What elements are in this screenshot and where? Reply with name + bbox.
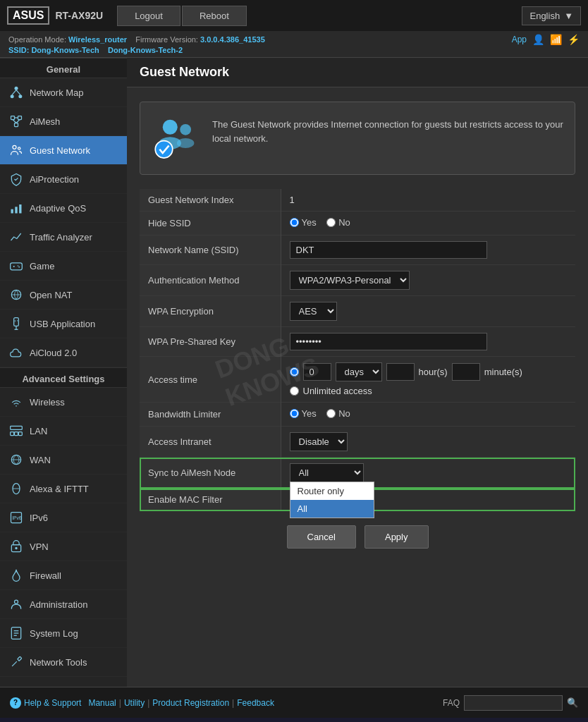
topbar: ASUS RT-AX92U Logout Reboot English ▼ <box>0 0 588 31</box>
hide-ssid-no-radio[interactable] <box>326 218 336 227</box>
mesh-icon <box>8 114 24 129</box>
cancel-button[interactable]: Cancel <box>287 525 356 549</box>
access-intranet-row: Access Intranet Disable Enable <box>140 427 575 458</box>
sync-dropdown-container: All Router only Router only All <box>290 463 364 482</box>
bandwidth-no-option[interactable]: No <box>326 408 350 419</box>
svg-rect-5 <box>11 116 15 120</box>
sidebar-item-traffic-analyzer[interactable]: Traffic Analyzer <box>0 223 127 252</box>
ssid-bar: SSID: Dong-Knows-Tech Dong-Knows-Tech-2 <box>8 46 580 54</box>
apply-button[interactable]: Apply <box>365 525 429 549</box>
wpa-enc-select[interactable]: AES TKIP <box>290 302 337 321</box>
network-name-input[interactable] <box>290 241 487 259</box>
sidebar-item-usb-application[interactable]: USB Application <box>0 310 127 338</box>
help-circle-icon: ? <box>10 697 21 709</box>
page-content: The Guest Network provides Internet conn… <box>127 87 588 563</box>
utility-link[interactable]: Utility <box>124 698 145 708</box>
svg-point-46 <box>163 120 178 135</box>
sidebar-item-ipv6[interactable]: IPv6 IPv6 <box>0 503 127 532</box>
access-intranet-cell: Disable Enable <box>281 427 575 458</box>
svg-point-2 <box>18 94 22 98</box>
svg-rect-30 <box>11 432 14 436</box>
op-mode-label: Operation Mode: <box>8 35 66 44</box>
bandwidth-yes-radio[interactable] <box>290 409 299 418</box>
sidebar-item-network-map[interactable]: Network Map <box>0 78 127 107</box>
svg-rect-14 <box>15 207 17 213</box>
bandwidth-yes-option[interactable]: Yes <box>290 408 317 419</box>
bandwidth-label: Bandwidth Limiter <box>140 403 281 427</box>
infobar: Operation Mode: Wireless_router Firmware… <box>0 31 588 58</box>
access-intranet-select[interactable]: Disable Enable <box>290 432 348 451</box>
user-icon[interactable]: 👤 <box>532 34 544 45</box>
shield-icon <box>8 171 24 187</box>
sync-select[interactable]: All Router only <box>290 463 364 482</box>
sidebar-item-system-log[interactable]: System Log <box>0 619 127 648</box>
sidebar-item-guest-network[interactable]: Guest Network <box>0 136 127 165</box>
feedback-link[interactable]: Feedback <box>237 698 274 708</box>
main-layout: General Network Map AiMesh Guest Network <box>0 58 588 687</box>
sidebar-item-lan[interactable]: LAN <box>0 417 127 446</box>
network-name-row: Network Name (SSID) <box>140 235 575 265</box>
svg-line-4 <box>16 90 20 95</box>
access-hours-input[interactable] <box>386 363 415 381</box>
logout-button[interactable]: Logout <box>117 6 180 26</box>
vpn-icon <box>8 539 24 554</box>
sidebar-item-wireless[interactable]: Wireless <box>0 388 127 417</box>
svg-rect-15 <box>19 204 21 214</box>
wan-icon <box>8 452 24 467</box>
sep1: | <box>119 698 121 708</box>
sidebar: General Network Map AiMesh Guest Network <box>0 58 127 687</box>
access-intranet-label: Access Intranet <box>140 427 281 458</box>
top-nav: Logout Reboot <box>117 6 247 26</box>
sidebar-item-network-tools[interactable]: Network Tools <box>0 648 127 677</box>
sync-option-all[interactable]: All <box>290 500 374 518</box>
sidebar-item-alexa[interactable]: Alexa & IFTTT <box>0 475 127 503</box>
network-name-cell <box>281 235 575 265</box>
bandwidth-no-radio[interactable] <box>326 409 336 418</box>
chevron-down-icon: ▼ <box>564 11 573 21</box>
wifi-icon[interactable]: 📶 <box>550 34 562 45</box>
language-label: English <box>529 11 560 21</box>
usb-application-label: USB Application <box>30 319 95 329</box>
usb-icon[interactable]: ⚡ <box>568 34 580 45</box>
language-selector[interactable]: English ▼ <box>522 6 581 25</box>
reboot-button[interactable]: Reboot <box>182 6 247 26</box>
sidebar-item-wan[interactable]: WAN <box>0 446 127 475</box>
sidebar-item-administration[interactable]: Administration <box>0 590 127 619</box>
sidebar-item-vpn[interactable]: VPN <box>0 532 127 561</box>
access-days-input[interactable] <box>303 363 331 381</box>
auth-method-select[interactable]: WPA2/WPA3-Personal WPA2-Personal Open Sy… <box>290 271 410 290</box>
sidebar-item-game[interactable]: Game <box>0 252 127 281</box>
access-unlimited-radio[interactable] <box>290 386 299 396</box>
product-reg-link[interactable]: Product Registration <box>152 698 229 708</box>
manual-link[interactable]: Manual <box>88 698 116 708</box>
hide-ssid-yes-option[interactable]: Yes <box>290 217 317 228</box>
hide-ssid-no-option[interactable]: No <box>326 217 350 228</box>
hide-ssid-yes-radio[interactable] <box>290 218 299 227</box>
nat-icon <box>8 287 24 302</box>
advanced-section-label: Advanced Settings <box>0 367 127 388</box>
faq-search-input[interactable] <box>464 695 563 711</box>
app-label[interactable]: App <box>512 35 527 44</box>
access-days-select[interactable]: days <box>336 362 382 381</box>
alexa-label: Alexa & IFTTT <box>30 484 89 494</box>
page-title: Guest Network <box>140 65 229 79</box>
svg-point-40 <box>15 547 17 549</box>
sidebar-item-aimesh[interactable]: AiMesh <box>0 107 127 136</box>
sidebar-item-adaptive-qos[interactable]: Adaptive QoS <box>0 194 127 223</box>
auth-method-label: Authentication Method <box>140 265 281 296</box>
wpa-key-input[interactable] <box>290 333 487 350</box>
sidebar-item-open-nat[interactable]: Open NAT <box>0 281 127 310</box>
hide-ssid-label: Hide SSID <box>140 212 281 235</box>
auth-method-row: Authentication Method WPA2/WPA3-Personal… <box>140 265 575 296</box>
help-support-label[interactable]: Help & Support <box>24 698 81 708</box>
aimesh-label: AiMesh <box>30 116 60 127</box>
sidebar-item-aicloud[interactable]: AiCloud 2.0 <box>0 338 127 367</box>
sidebar-item-firewall[interactable]: Firewall <box>0 561 127 590</box>
sync-option-router-only[interactable]: Router only <box>290 482 374 500</box>
access-minutes-input[interactable] <box>452 363 480 381</box>
access-limited-radio[interactable] <box>290 367 299 377</box>
guest-index-label: Guest Network Index <box>140 189 281 212</box>
sidebar-item-aiprotection[interactable]: AiProtection <box>0 165 127 194</box>
search-icon[interactable]: 🔍 <box>567 697 578 708</box>
svg-point-12 <box>18 147 20 149</box>
